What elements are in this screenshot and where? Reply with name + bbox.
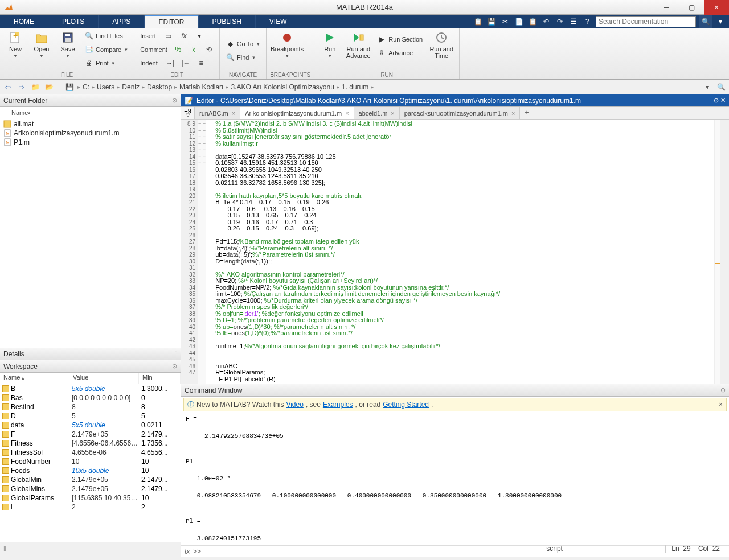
- examples-link[interactable]: Examples: [323, 401, 353, 409]
- paste-icon[interactable]: 📋: [527, 17, 538, 27]
- ribbon-tab-plots[interactable]: PLOTS: [48, 15, 99, 28]
- editor-tab[interactable]: abceld1.m×: [354, 107, 400, 119]
- login-icon[interactable]: ▾: [715, 17, 726, 27]
- getting-started-link[interactable]: Getting Started: [383, 401, 429, 409]
- search-button[interactable]: 🔍: [699, 15, 712, 28]
- ribbon-tab-editor[interactable]: EDITOR: [145, 15, 198, 28]
- command-output[interactable]: F = 2.147922570883473e+05 P1 = 1.0e+02 *…: [181, 413, 729, 545]
- close-button[interactable]: ×: [704, 0, 729, 15]
- tab-scroll-indicator[interactable]: +9▽: [181, 107, 195, 119]
- workspace-row[interactable]: GlobalParams[115.6385 10 40 35 130]10: [0, 493, 181, 503]
- crumb[interactable]: 3.AKO Arı Kolonisi Optimizasyonu: [231, 83, 334, 91]
- print-button[interactable]: 🖨Print ▼: [82, 57, 130, 69]
- tab-label: parcaciksuruoptimizasyonudurum1.m: [404, 110, 508, 117]
- workspace-row[interactable]: D55: [0, 411, 181, 421]
- crumb[interactable]: Matlab Kodları: [179, 83, 223, 91]
- panel-popout-icon[interactable]: ⊙: [720, 386, 726, 394]
- forward-button[interactable]: ⇨: [16, 81, 27, 93]
- tab-close-icon[interactable]: ×: [511, 110, 515, 117]
- addr-dropdown[interactable]: ▾: [702, 81, 713, 93]
- crumb[interactable]: Users: [97, 83, 114, 91]
- redo-icon[interactable]: ↷: [555, 17, 565, 27]
- compare-button[interactable]: 📑Compare ▼: [82, 43, 130, 56]
- crumb[interactable]: Deniz: [122, 83, 140, 91]
- editor-tab[interactable]: parcaciksuruoptimizasyonudurum1.m×: [400, 107, 521, 119]
- tab-close-icon[interactable]: ×: [391, 110, 394, 117]
- file-item[interactable]: fxArikolonisioptimizasyonudurum1.m: [0, 129, 181, 138]
- ribbon-tab-publish[interactable]: PUBLISH: [199, 15, 256, 28]
- run-button[interactable]: Run▼: [318, 30, 342, 60]
- workspace-row[interactable]: F2.1479e+052.1479...: [0, 430, 181, 439]
- indent-button[interactable]: Indent →| |← ≡: [138, 57, 216, 69]
- workspace-row[interactable]: BestInd88: [0, 402, 181, 411]
- cut-icon[interactable]: ✂: [500, 17, 510, 27]
- workspace-row[interactable]: GlobalMins2.1479e+052.1479...: [0, 484, 181, 493]
- find-button[interactable]: 🔍Find ▼: [223, 51, 263, 64]
- workspace-row[interactable]: Fitness[4.6556e-06;4.6556e-0...1.7356...: [0, 439, 181, 448]
- workspace-row[interactable]: data5x5 double0.0211: [0, 421, 181, 430]
- col-name[interactable]: Name: [3, 374, 20, 381]
- run-section-button[interactable]: ▶Run Section: [375, 33, 425, 46]
- qat-icon[interactable]: 📋: [473, 17, 483, 27]
- run-time-button[interactable]: Run and Time: [427, 30, 456, 60]
- panel-popout-icon[interactable]: ⊙ ✕: [714, 97, 726, 104]
- workspace-row[interactable]: Foods10x5 double10: [0, 466, 181, 475]
- workspace-row[interactable]: FoodNumber1010: [0, 457, 181, 466]
- code-message-stripe[interactable]: [714, 120, 720, 384]
- editor-scrollbar[interactable]: [720, 120, 729, 384]
- help-icon[interactable]: ?: [582, 17, 592, 27]
- details-expand-icon[interactable]: ˇ: [175, 351, 177, 357]
- advance-button[interactable]: ⇩Advance: [375, 47, 425, 59]
- copy-icon[interactable]: 📄: [514, 17, 524, 27]
- workspace-row[interactable]: GlobalMin2.1479e+052.1479...: [0, 475, 181, 484]
- close-banner-button[interactable]: ×: [719, 401, 723, 409]
- panel-popout-icon[interactable]: ⊙: [172, 363, 177, 370]
- undo-icon[interactable]: ↶: [541, 17, 551, 27]
- panel-popout-icon[interactable]: ⊙: [172, 97, 177, 104]
- editor-tab[interactable]: runABC.m×: [195, 107, 240, 119]
- crumb[interactable]: Desktop: [147, 83, 172, 91]
- crumb[interactable]: 1. durum: [342, 83, 368, 91]
- col-min[interactable]: Min: [139, 373, 181, 384]
- minimize-button[interactable]: ─: [654, 0, 679, 15]
- tab-label: abceld1.m: [359, 110, 388, 117]
- search-documentation-input[interactable]: [596, 16, 696, 27]
- comment-button[interactable]: Comment % ⚹ ⟲: [138, 43, 216, 56]
- open-button[interactable]: Open▼: [30, 30, 54, 60]
- indent-auto-icon: ≡: [196, 59, 206, 68]
- breakpoints-button[interactable]: Breakpoints▼: [270, 30, 304, 60]
- breadcrumb[interactable]: C:▸Users▸Deniz▸Desktop▸Matlab Kodları▸3.…: [83, 83, 374, 91]
- file-item[interactable]: fxP1.m: [0, 138, 181, 147]
- find-files-button[interactable]: 🔍Find Files: [82, 30, 130, 42]
- save-icon[interactable]: 💾: [486, 17, 497, 27]
- matlab-logo-icon: [3, 2, 14, 13]
- insert-button[interactable]: Insert ▭ fx ▾: [138, 30, 216, 42]
- video-link[interactable]: Video: [286, 401, 303, 409]
- browse-folder-icon[interactable]: 📂: [43, 81, 55, 93]
- maximize-button[interactable]: ▢: [679, 0, 704, 15]
- addr-search-icon[interactable]: 🔍: [715, 81, 727, 93]
- new-button[interactable]: + New▼: [3, 30, 27, 60]
- workspace-row[interactable]: FitnessSol4.6556e-064.6556...: [0, 448, 181, 457]
- prefs-icon[interactable]: ☰: [568, 17, 579, 27]
- tab-close-icon[interactable]: ×: [232, 110, 235, 117]
- new-tab-button[interactable]: +: [520, 107, 533, 119]
- crumb[interactable]: C:: [83, 83, 89, 91]
- file-item[interactable]: all.mat: [0, 120, 181, 129]
- tab-close-icon[interactable]: ×: [345, 110, 349, 117]
- col-value[interactable]: Value: [69, 373, 139, 384]
- save-button[interactable]: Save▼: [56, 30, 80, 60]
- run-advance-button[interactable]: Run and Advance: [344, 30, 372, 60]
- editor-tab[interactable]: Arikolonisioptimizasyonudurum1.m×: [240, 107, 354, 119]
- back-button[interactable]: ⇦: [2, 81, 14, 93]
- ribbon-tab-apps[interactable]: APPS: [99, 15, 145, 28]
- code-editor[interactable]: % 1.a ($/MW^2)indisi 2. b $/MW indisi 3.…: [206, 120, 714, 384]
- workspace-row[interactable]: Bas[0 0 0 0 0 0 0 0 0 0]0: [0, 393, 181, 402]
- ribbon-tab-home[interactable]: HOME: [0, 15, 48, 28]
- workspace-row[interactable]: B5x5 double1.3000...: [0, 384, 181, 393]
- goto-button[interactable]: ◆Go To ▼: [223, 38, 263, 50]
- workspace-row[interactable]: i22: [0, 503, 181, 512]
- ribbon-tab-view[interactable]: VIEW: [256, 15, 301, 28]
- column-name[interactable]: Name: [11, 109, 28, 116]
- up-folder-icon[interactable]: 📁: [30, 81, 41, 93]
